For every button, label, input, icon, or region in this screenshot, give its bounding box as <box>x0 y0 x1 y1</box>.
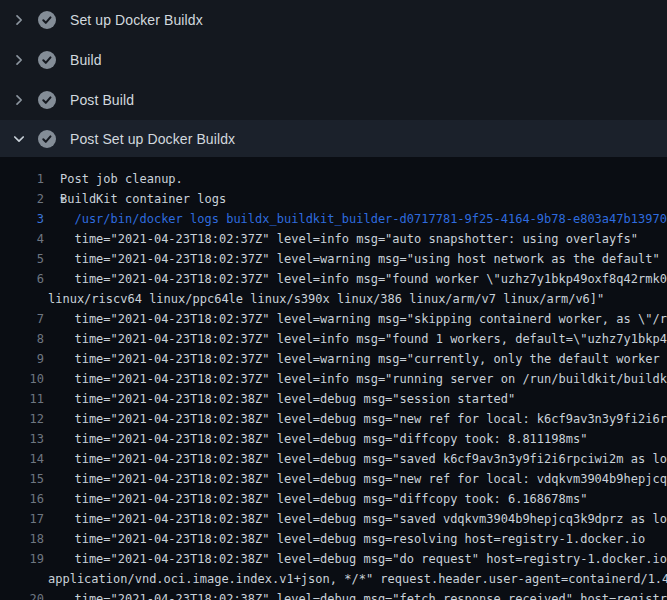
check-circle-icon <box>38 130 56 148</box>
line-number[interactable]: 20 <box>0 589 44 600</box>
log-text: time="2021-04-23T18:02:37Z" level=info m… <box>44 229 638 249</box>
chevron-right-icon <box>11 52 27 68</box>
log-row: 9 time="2021-04-23T18:02:37Z" level=warn… <box>0 349 667 369</box>
step-label: Set up Docker Buildx <box>70 12 203 28</box>
line-number[interactable]: 10 <box>0 369 44 389</box>
step-header-post-set-up-docker-buildx[interactable]: Post Set up Docker Buildx <box>0 120 667 157</box>
log-row: 19 time="2021-04-23T18:02:38Z" level=deb… <box>0 549 667 569</box>
log-row: 14 time="2021-04-23T18:02:38Z" level=deb… <box>0 449 667 469</box>
line-number[interactable]: 18 <box>0 529 44 549</box>
check-circle-icon <box>38 51 56 69</box>
check-circle-icon <box>38 11 56 29</box>
line-number[interactable]: 1 <box>0 169 44 189</box>
step-header-post-build[interactable]: Post Build <box>0 80 667 120</box>
line-number[interactable]: 16 <box>0 489 44 509</box>
step-label: Post Build <box>70 92 134 108</box>
check-circle-icon <box>38 91 56 109</box>
log-text: time="2021-04-23T18:02:37Z" level=warnin… <box>44 309 667 329</box>
line-number[interactable]: 6 <box>0 269 44 289</box>
log-text: time="2021-04-23T18:02:38Z" level=debug … <box>44 429 587 449</box>
line-number[interactable]: 8 <box>0 329 44 349</box>
log-panel: 1Post job cleanup.2▼BuildKit container l… <box>0 157 667 600</box>
log-text: time="2021-04-23T18:02:38Z" level=debug … <box>44 509 667 529</box>
line-number[interactable]: 2 <box>0 189 44 209</box>
log-text: application/vnd.oci.image.index.v1+json,… <box>0 569 667 589</box>
line-number[interactable]: 15 <box>0 469 44 489</box>
log-text: time="2021-04-23T18:02:38Z" level=debug … <box>44 409 667 429</box>
log-row: 3 /usr/bin/docker logs buildx_buildkit_b… <box>0 209 667 229</box>
step-label: Build <box>70 52 102 68</box>
log-text: time="2021-04-23T18:02:37Z" level=info m… <box>44 329 667 349</box>
step-label: Post Set up Docker Buildx <box>70 131 235 147</box>
log-row: 20 time="2021-04-23T18:02:38Z" level=deb… <box>0 589 667 600</box>
log-text: time="2021-04-23T18:02:37Z" level=warnin… <box>44 349 667 369</box>
log-row: 12 time="2021-04-23T18:02:38Z" level=deb… <box>0 409 667 429</box>
log-row: 15 time="2021-04-23T18:02:38Z" level=deb… <box>0 469 667 489</box>
log-row: 17 time="2021-04-23T18:02:38Z" level=deb… <box>0 509 667 529</box>
log-row: 6 time="2021-04-23T18:02:37Z" level=info… <box>0 269 667 289</box>
line-number[interactable]: 13 <box>0 429 44 449</box>
log-text: time="2021-04-23T18:02:37Z" level=info m… <box>44 369 667 389</box>
line-number[interactable]: 14 <box>0 449 44 469</box>
line-number[interactable]: 5 <box>0 249 44 269</box>
log-text: time="2021-04-23T18:02:38Z" level=debug … <box>44 389 515 409</box>
step-list: Set up Docker Buildx Build Post Build <box>0 0 667 157</box>
log-row: linux/riscv64 linux/ppc64le linux/s390x … <box>0 289 667 309</box>
log-row: 4 time="2021-04-23T18:02:37Z" level=info… <box>0 229 667 249</box>
workflow-log-viewer: Set up Docker Buildx Build Post Build <box>0 0 667 600</box>
log-text: time="2021-04-23T18:02:38Z" level=debug … <box>44 589 667 600</box>
log-row: 2▼BuildKit container logs <box>0 189 667 209</box>
log-text: time="2021-04-23T18:02:38Z" level=debug … <box>44 469 667 489</box>
line-number[interactable]: 17 <box>0 509 44 529</box>
chevron-right-icon <box>11 92 27 108</box>
log-row: 16 time="2021-04-23T18:02:38Z" level=deb… <box>0 489 667 509</box>
chevron-right-icon <box>11 12 27 28</box>
log-group-toggle-icon[interactable]: ▼ <box>44 189 60 209</box>
log-row: 7 time="2021-04-23T18:02:37Z" level=warn… <box>0 309 667 329</box>
log-text: BuildKit container logs <box>60 189 226 209</box>
log-row: 11 time="2021-04-23T18:02:38Z" level=deb… <box>0 389 667 409</box>
log-text: time="2021-04-23T18:02:37Z" level=warnin… <box>44 249 660 269</box>
log-text: time="2021-04-23T18:02:37Z" level=info m… <box>44 269 667 289</box>
log-text: time="2021-04-23T18:02:38Z" level=debug … <box>44 529 645 549</box>
line-number[interactable]: 12 <box>0 409 44 429</box>
line-number[interactable]: 11 <box>0 389 44 409</box>
line-number[interactable]: 19 <box>0 549 44 569</box>
line-number[interactable]: 9 <box>0 349 44 369</box>
log-row: 5 time="2021-04-23T18:02:37Z" level=warn… <box>0 249 667 269</box>
step-header-set-up-docker-buildx[interactable]: Set up Docker Buildx <box>0 0 667 40</box>
log-text: time="2021-04-23T18:02:38Z" level=debug … <box>44 449 667 469</box>
chevron-down-icon <box>11 131 27 147</box>
log-text: Post job cleanup. <box>44 169 183 189</box>
log-row: application/vnd.oci.image.index.v1+json,… <box>0 569 667 589</box>
line-number[interactable]: 4 <box>0 229 44 249</box>
log-row: 18 time="2021-04-23T18:02:38Z" level=deb… <box>0 529 667 549</box>
line-number[interactable]: 7 <box>0 309 44 329</box>
step-header-build[interactable]: Build <box>0 40 667 80</box>
log-row: 13 time="2021-04-23T18:02:38Z" level=deb… <box>0 429 667 449</box>
log-text: linux/riscv64 linux/ppc64le linux/s390x … <box>0 289 604 309</box>
line-number[interactable]: 3 <box>0 209 44 229</box>
log-text: time="2021-04-23T18:02:38Z" level=debug … <box>44 489 587 509</box>
log-row: 8 time="2021-04-23T18:02:37Z" level=info… <box>0 329 667 349</box>
log-row: 10 time="2021-04-23T18:02:37Z" level=inf… <box>0 369 667 389</box>
log-row: 1Post job cleanup. <box>0 169 667 189</box>
log-command-text: /usr/bin/docker logs buildx_buildkit_bui… <box>44 209 667 229</box>
log-text: time="2021-04-23T18:02:38Z" level=debug … <box>44 549 667 569</box>
